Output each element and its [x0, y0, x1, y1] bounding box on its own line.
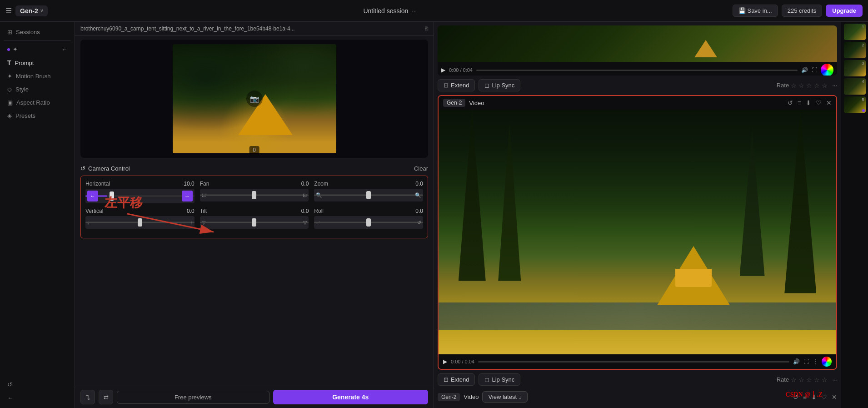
main-color-wheel [822, 357, 832, 367]
thumbnail-1[interactable]: 1 [844, 24, 866, 40]
app-name-button[interactable]: Gen-2 ∨ [15, 5, 48, 16]
thumbnails-strip: 1 2 3 4 5 [841, 22, 868, 408]
back-icon[interactable]: ← [61, 46, 67, 53]
fan-thumb[interactable] [252, 191, 256, 199]
bvr-close-button[interactable]: ✕ [832, 393, 837, 401]
top-play-button[interactable]: ▶ [441, 67, 445, 73]
star-5[interactable]: ☆ [822, 82, 828, 89]
menu-icon[interactable]: ☰ [5, 6, 12, 15]
sidebar-item-motion-brush[interactable]: ✦ Motion Brush [2, 70, 73, 82]
sidebar-item-aspect-ratio[interactable]: ▣ Aspect Ratio [2, 96, 73, 109]
main-fullscreen-icon[interactable]: ⛶ [803, 358, 809, 365]
thumbnail-2[interactable]: 2 [844, 42, 866, 58]
horizontal-left-btn[interactable]: ← [87, 191, 98, 201]
star-2[interactable]: ☆ [798, 82, 804, 89]
bottom-lipsync-button[interactable]: ◻ Lip Sync [479, 373, 520, 386]
top-video-controls: ▶ 0:00 / 0:04 🔊 ⛶ [438, 62, 837, 76]
tilt-thumb[interactable] [252, 218, 256, 227]
zoom-slider[interactable]: 🔍 🔍 [314, 189, 423, 201]
bottom-star-2[interactable]: ☆ [798, 376, 804, 383]
view-latest-label: View latest [488, 393, 517, 400]
camera-control-header[interactable]: ↺ Camera Control Clear [80, 161, 428, 176]
bvr-download-button[interactable]: ⬇ [811, 393, 817, 401]
camera-overlay-button[interactable]: 📷 [246, 91, 263, 107]
camera-control-panel: ↺ Camera Control Clear Horizontal -10.0 [80, 161, 428, 238]
vertical-thumb[interactable] [138, 218, 142, 227]
top-fullscreen-button[interactable]: ⛶ [812, 67, 817, 73]
session-dots-button[interactable]: ··· [412, 7, 417, 14]
main-volume-icon[interactable]: 🔊 [793, 358, 800, 365]
tilt-slider[interactable]: ▽ ▽ [200, 216, 309, 229]
thumbnail-3[interactable]: 3 [844, 60, 866, 76]
bottom-star-5[interactable]: ☆ [822, 376, 828, 383]
zoom-thumb[interactable] [366, 191, 371, 199]
main-video-close-button[interactable]: ✕ [826, 99, 832, 106]
horizontal-track [85, 196, 195, 197]
save-button[interactable]: 💾 Save in... [733, 5, 778, 17]
swap-icon-button[interactable]: ⇄ [99, 390, 113, 404]
main-video-download-button[interactable]: ⬇ [806, 99, 811, 106]
roll-slider[interactable]: ↩ ↺ [314, 216, 423, 229]
sort-icon-button[interactable]: ⇅ [80, 390, 95, 404]
bottom-rate-more-button[interactable]: ··· [832, 376, 837, 383]
generate-button[interactable]: Generate 4s [273, 390, 429, 404]
main-layout: ⊞ Sessions ✦ ← T Prompt ✦ Motion Brush ◇… [0, 22, 868, 408]
upgrade-button[interactable]: Upgrade [826, 5, 863, 17]
camera-control-title: ↺ Camera Control [80, 165, 130, 172]
star-3[interactable]: ☆ [806, 82, 812, 89]
top-lipsync-button[interactable]: ◻ Lip Sync [479, 79, 520, 91]
horizontal-slider[interactable]: ← → [85, 189, 195, 203]
roll-thumb[interactable] [366, 218, 371, 227]
star-4[interactable]: ☆ [814, 82, 820, 89]
free-preview-button[interactable]: Free previews [117, 391, 269, 404]
tilt-right-icon: ▽ [303, 220, 307, 226]
sidebar-item-sessions[interactable]: ⊞ Sessions [2, 26, 73, 38]
bvr-refresh-button[interactable]: ↺ [793, 393, 798, 401]
lipsync-label: Lip Sync [492, 82, 514, 89]
main-video-menu-button[interactable]: ≡ [798, 99, 801, 106]
bottom-star-4[interactable]: ☆ [814, 376, 820, 383]
sidebar-item-back[interactable]: ✦ ← [2, 43, 73, 55]
sidebar-item-undo[interactable]: ↺ [2, 378, 73, 391]
bottom-star-1[interactable]: ☆ [791, 376, 797, 383]
bottom-star-3[interactable]: ☆ [806, 376, 812, 383]
sidebar-item-arrow[interactable]: ← [2, 392, 73, 404]
top-rate-more-button[interactable]: ··· [832, 82, 837, 89]
presets-label: Presets [15, 112, 35, 119]
main-play-button[interactable]: ▶ [443, 358, 447, 365]
view-latest-button[interactable]: View latest ↓ [482, 391, 527, 403]
main-more-icon[interactable]: ⋮ [813, 358, 818, 365]
thumbnail-5[interactable]: 5 [844, 96, 866, 113]
main-video-heart-button[interactable]: ♡ [816, 99, 822, 106]
bvr-heart-button[interactable]: ♡ [821, 393, 827, 401]
sidebar-item-style[interactable]: ◇ Style [2, 83, 73, 96]
cc-vertical: Vertical 0.0 ↓ ↑ [85, 208, 195, 229]
main-video-actions: ↺ ≡ ⬇ ♡ ✕ [788, 99, 832, 106]
sidebar-item-presets[interactable]: ◈ Presets [2, 110, 73, 122]
bvr-menu-button[interactable]: ≡ [803, 393, 807, 401]
fan-slider[interactable]: ⊡ ⊡ [200, 189, 309, 201]
bvr-gen2-badge: Gen-2 [438, 393, 460, 401]
roll-right-icon: ↺ [417, 220, 421, 226]
bottom-extend-button[interactable]: ⊡ Extend [438, 373, 475, 386]
sidebar-item-prompt[interactable]: T Prompt [2, 56, 73, 69]
top-extend-button[interactable]: ⊡ Extend [438, 79, 475, 91]
camera-icon-sidebar: ✦ [13, 46, 18, 53]
star-1[interactable]: ☆ [791, 82, 797, 89]
clear-button[interactable]: Clear [414, 165, 428, 172]
top-volume-button[interactable]: 🔊 [801, 67, 808, 73]
cc-fan: Fan 0.0 ⊡ ⊡ [200, 181, 309, 203]
main-video-refresh-button[interactable]: ↺ [788, 99, 793, 106]
cc-vertical-label-row: Vertical 0.0 [85, 208, 195, 214]
vertical-slider[interactable]: ↓ ↑ [85, 216, 195, 229]
top-progress-bar[interactable] [476, 70, 798, 71]
reset-cc-icon[interactable]: ↺ [80, 165, 85, 172]
cc-roll-label-row: Roll 0.0 [314, 208, 423, 214]
sessions-label: Sessions [16, 29, 40, 35]
horizontal-thumb[interactable] [110, 191, 114, 201]
thumbnail-4[interactable]: 4 [844, 78, 866, 95]
main-progress-bar[interactable] [478, 361, 789, 363]
copy-icon[interactable]: ⎘ [425, 25, 428, 32]
cc-horizontal-label: Horizontal [85, 181, 110, 187]
horizontal-right-btn[interactable]: → [182, 191, 193, 201]
